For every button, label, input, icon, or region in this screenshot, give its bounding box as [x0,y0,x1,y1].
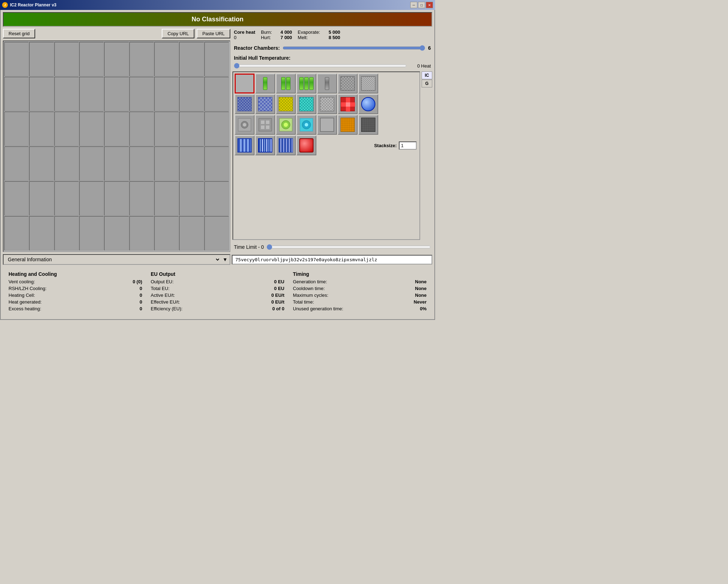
grid-cell[interactable] [104,77,129,111]
general-info-dropdown[interactable]: General Information [4,255,220,264]
palette-item-item13[interactable] [358,115,378,135]
grid-cell[interactable] [204,181,229,216]
palette-item-comp-vent[interactable] [296,94,316,114]
grid-cell[interactable] [29,146,54,181]
palette-item-empty[interactable] [235,74,255,93]
grid-cell[interactable] [104,216,129,251]
palette-item-triple-fuel-rod[interactable] [296,74,316,93]
palette-item-reactor-vent[interactable] [276,94,296,114]
grid-cell[interactable] [129,181,154,216]
tab-ic[interactable]: IC [422,71,432,79]
grid-cell[interactable] [4,42,29,76]
reactor-chambers-value: 6 [428,45,431,51]
palette-item-mox-fuel[interactable] [317,74,337,93]
maximize-button[interactable]: □ [418,2,425,8]
grid-cell[interactable] [104,112,129,146]
hull-temp-slider[interactable] [234,62,407,69]
palette-item-item9[interactable] [276,115,296,135]
palette-item-heat-vent[interactable] [235,94,255,114]
copy-url-button[interactable]: Copy URL [162,29,194,38]
palette-item-item7[interactable] [235,115,255,135]
grid-cell[interactable] [129,146,154,181]
paste-url-button[interactable]: Paste URL [197,29,230,38]
svg-point-13 [284,123,288,127]
palette-item-red-component[interactable] [338,94,358,114]
palette-item-blue-component[interactable] [358,94,378,114]
grid-cell[interactable] [54,181,79,216]
grid-cell[interactable] [29,112,54,146]
palette-item-grid2[interactable] [358,74,378,93]
grid-cell[interactable] [79,181,104,216]
tab-g[interactable]: G [422,80,432,87]
grid-cell[interactable] [154,181,179,216]
grid-cell[interactable] [79,42,104,76]
grid-cell[interactable] [54,146,79,181]
grid-cell[interactable] [79,77,104,111]
grid-cell[interactable] [54,42,79,76]
grid-cell[interactable] [204,216,229,251]
palette-item-item12[interactable] [338,115,358,135]
title-controls[interactable]: ─ □ ✕ [410,2,433,8]
hull-temp-label: Initial Hull Temperature: [234,55,431,61]
grid-cell[interactable] [204,146,229,181]
burn-label: Burn: [261,30,272,35]
palette-item-blue-stripe[interactable] [235,135,255,155]
reset-grid-button[interactable]: Reset grid [3,29,35,38]
grid-cell[interactable] [54,77,79,111]
grid-cell[interactable] [179,112,204,146]
grid-cell[interactable] [4,112,29,146]
grid-cell[interactable] [54,216,79,251]
grid-cell[interactable] [129,77,154,111]
grid-cell[interactable] [79,216,104,251]
grid-cell[interactable] [129,216,154,251]
grid-cell[interactable] [104,42,129,76]
heat-generated-label: Heat generated: [9,299,42,305]
palette-item-blue-stripe3[interactable] [276,135,296,155]
reactor-chambers-slider[interactable] [283,44,425,52]
minimize-button[interactable]: ─ [410,2,417,8]
info-row: Efficiency (EU): 0 of 0 [151,306,284,311]
general-info-row: General Information ▼ 75vecyy0lruorvbljp… [3,254,432,265]
grid-cell[interactable] [29,216,54,251]
grid-cell[interactable] [154,42,179,76]
grid-cell[interactable] [154,77,179,111]
grid-cell[interactable] [204,77,229,111]
stacksize-input[interactable] [399,141,417,150]
grid-cell[interactable] [29,77,54,111]
palette-item-adv-heat-vent[interactable] [255,94,275,114]
grid-cell[interactable] [154,146,179,181]
palette-item-red-cell[interactable] [296,135,316,155]
grid-cell[interactable] [129,112,154,146]
grid-cell[interactable] [179,42,204,76]
palette-item-fuel-rod[interactable] [255,74,275,93]
grid-cell[interactable] [29,42,54,76]
palette-item-overclocker[interactable] [317,94,337,114]
palette-item-item8[interactable] [255,115,275,135]
grid-cell[interactable] [4,146,29,181]
grid-cell[interactable] [204,112,229,146]
grid-cell[interactable] [179,216,204,251]
grid-cell[interactable] [4,77,29,111]
grid-cell[interactable] [4,181,29,216]
grid-cell[interactable] [154,216,179,251]
grid-cell[interactable] [179,181,204,216]
grid-cell[interactable] [104,146,129,181]
grid-cell[interactable] [54,112,79,146]
grid-cell[interactable] [179,77,204,111]
time-limit-slider[interactable] [267,243,431,251]
grid-cell[interactable] [4,216,29,251]
grid-cell[interactable] [79,146,104,181]
palette-item-item11[interactable] [317,115,337,135]
palette-item-blue-stripe2[interactable] [255,135,275,155]
close-button[interactable]: ✕ [426,2,433,8]
palette-item-item10[interactable] [296,115,316,135]
palette-item-dual-fuel-rod[interactable] [276,74,296,93]
grid-cell[interactable] [204,42,229,76]
palette-item-grid1[interactable] [338,74,358,93]
grid-cell[interactable] [154,112,179,146]
grid-cell[interactable] [179,146,204,181]
grid-cell[interactable] [129,42,154,76]
grid-cell[interactable] [104,181,129,216]
grid-cell[interactable] [29,181,54,216]
grid-cell[interactable] [79,112,104,146]
